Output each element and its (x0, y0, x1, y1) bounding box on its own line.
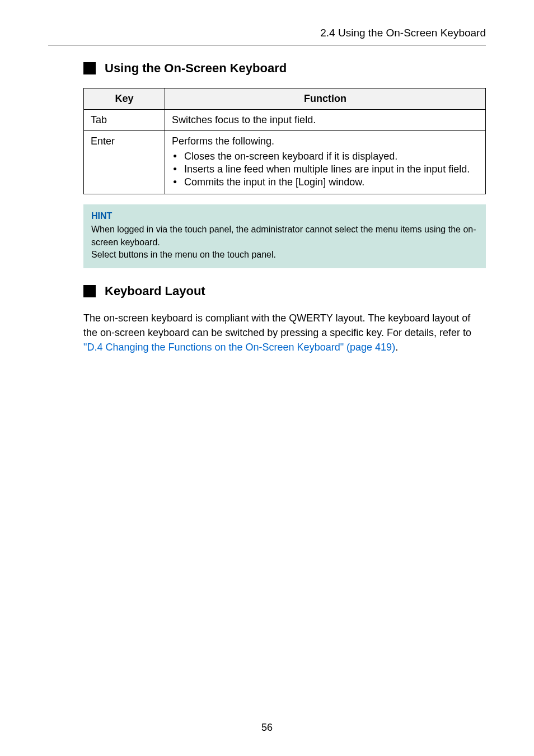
function-intro: Switches focus to the input field. (172, 114, 316, 125)
section-keyboard-layout: Keyboard Layout (83, 284, 486, 298)
table-row: Enter Performs the following. Closes the… (84, 131, 486, 194)
keyboard-layout-paragraph: The on-screen keyboard is compliant with… (83, 311, 486, 354)
key-function-table: Key Function Tab Switches focus to the i… (83, 88, 486, 194)
function-bullet-list: Closes the on-screen keyboard if it is d… (172, 151, 479, 188)
table-header-key: Key (84, 88, 165, 110)
section-title: Keyboard Layout (105, 284, 205, 298)
table-cell-function: Performs the following. Closes the on-sc… (165, 131, 486, 194)
section-bullet-icon (83, 285, 96, 297)
section-bullet-icon (83, 62, 96, 74)
breadcrumb: 2.4 Using the On-Screen Keyboard (0, 27, 534, 39)
para-text-before: The on-screen keyboard is compliant with… (83, 312, 471, 338)
header-rule (48, 45, 486, 45)
table-header-function: Function (165, 88, 486, 110)
page-number: 56 (0, 722, 534, 734)
table-row: Tab Switches focus to the input field. (84, 110, 486, 131)
table-cell-function: Switches focus to the input field. (165, 110, 486, 131)
hint-text-line2: Select buttons in the menu on the touch … (91, 249, 478, 261)
cross-reference-link[interactable]: "D.4 Changing the Functions on the On-Sc… (83, 342, 395, 353)
table-cell-key: Tab (84, 110, 165, 131)
section-title: Using the On-Screen Keyboard (105, 61, 287, 76)
para-text-after: . (395, 342, 398, 353)
list-item: Closes the on-screen keyboard if it is d… (184, 151, 479, 162)
hint-text-line1: When logged in via the touch panel, the … (91, 223, 478, 249)
list-item: Inserts a line feed when multiple lines … (184, 164, 479, 175)
section-using-keyboard: Using the On-Screen Keyboard (83, 61, 486, 76)
function-intro: Performs the following. (172, 136, 274, 147)
table-cell-key: Enter (84, 131, 165, 194)
hint-label: HINT (91, 210, 478, 222)
hint-box: HINT When logged in via the touch panel,… (83, 204, 486, 268)
list-item: Commits the input in the [Login] window. (184, 176, 479, 188)
